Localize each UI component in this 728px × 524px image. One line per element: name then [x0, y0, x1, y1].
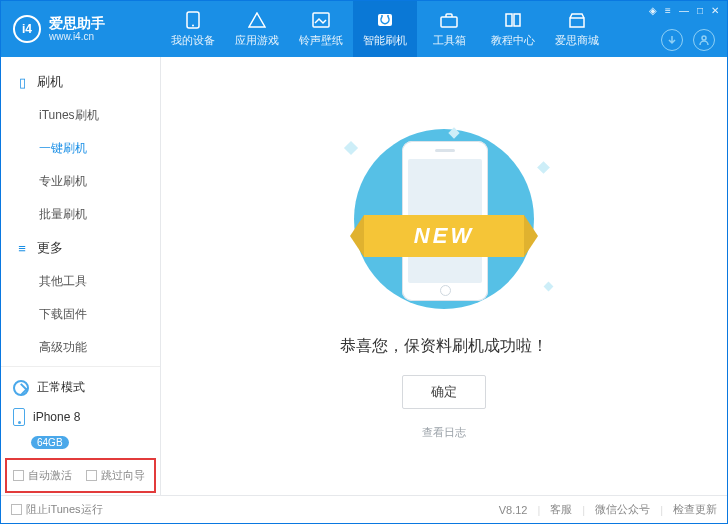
store-icon [567, 11, 587, 29]
success-illustration: NEW [334, 123, 554, 318]
skip-wizard-checkbox[interactable]: 跳过向导 [86, 468, 145, 483]
auto-activate-checkbox[interactable]: 自动激活 [13, 468, 72, 483]
phone-icon: ▯ [15, 75, 29, 90]
tab-device[interactable]: 我的设备 [161, 1, 225, 57]
tab-label: 应用游戏 [235, 33, 279, 48]
app-name: 爱思助手 [49, 16, 105, 31]
refresh-icon [13, 380, 29, 396]
sidebar-item-pro[interactable]: 专业刷机 [1, 165, 160, 198]
svg-point-5 [702, 36, 706, 40]
version-label: V8.12 [499, 504, 528, 516]
download-button[interactable] [661, 29, 683, 51]
maximize-icon[interactable]: □ [697, 5, 703, 16]
tab-label: 教程中心 [491, 33, 535, 48]
group-title: 刷机 [37, 73, 63, 91]
flash-icon [375, 11, 395, 29]
checkbox-label: 跳过向导 [101, 468, 145, 483]
menu-icon[interactable]: ≡ [665, 5, 671, 16]
checkbox-icon [11, 504, 22, 515]
minimize-icon[interactable]: — [679, 5, 689, 16]
checkbox-icon [13, 470, 24, 481]
group-title: 更多 [37, 239, 63, 257]
logo-icon: i4 [13, 15, 41, 43]
svg-rect-4 [441, 17, 457, 27]
header-tabs: 我的设备 应用游戏 铃声壁纸 智能刷机 工具箱 教程中心 [161, 1, 609, 57]
checkbox-icon [86, 470, 97, 481]
checkbox-label: 阻止iTunes运行 [26, 502, 103, 517]
highlight-box: 自动激活 跳过向导 [5, 458, 156, 493]
phone-icon [183, 11, 203, 29]
tab-tools[interactable]: 工具箱 [417, 1, 481, 57]
sidebar-group-flash[interactable]: ▯ 刷机 [1, 65, 160, 99]
window-controls: ◈ ≡ — □ ✕ [649, 5, 719, 16]
app-site: www.i4.cn [49, 31, 105, 43]
user-button[interactable] [693, 29, 715, 51]
more-icon: ≡ [15, 241, 29, 256]
new-ribbon: NEW [334, 215, 554, 257]
app-header: i4 爱思助手 www.i4.cn 我的设备 应用游戏 铃声壁纸 智能刷机 [1, 1, 727, 57]
toolbox-icon [439, 11, 459, 29]
tab-store[interactable]: 爱思商城 [545, 1, 609, 57]
tab-label: 铃声壁纸 [299, 33, 343, 48]
main-content: NEW 恭喜您，保资料刷机成功啦！ 确定 查看日志 [161, 57, 727, 495]
tab-label: 工具箱 [433, 33, 466, 48]
tab-apps[interactable]: 应用游戏 [225, 1, 289, 57]
close-icon[interactable]: ✕ [711, 5, 719, 16]
sidebar: ▯ 刷机 iTunes刷机 一键刷机 专业刷机 批量刷机 ≡ 更多 其他工具 下… [1, 57, 161, 495]
storage-badge: 64GB [31, 436, 69, 449]
tab-flash[interactable]: 智能刷机 [353, 1, 417, 57]
device-mode-label: 正常模式 [37, 379, 85, 396]
tab-label: 爱思商城 [555, 33, 599, 48]
status-bar: 阻止iTunes运行 V8.12 | 客服 | 微信公众号 | 检查更新 [1, 495, 727, 523]
phone-icon [13, 408, 25, 426]
support-link[interactable]: 客服 [550, 502, 572, 517]
device-name-row[interactable]: iPhone 8 [11, 402, 150, 432]
device-panel: 正常模式 iPhone 8 64GB [1, 366, 160, 456]
wechat-link[interactable]: 微信公众号 [595, 502, 650, 517]
skin-icon[interactable]: ◈ [649, 5, 657, 16]
apps-icon [247, 11, 267, 29]
svg-point-1 [192, 24, 194, 26]
sidebar-item-batch[interactable]: 批量刷机 [1, 198, 160, 231]
sidebar-item-other[interactable]: 其他工具 [1, 265, 160, 298]
tab-ring[interactable]: 铃声壁纸 [289, 1, 353, 57]
block-itunes-checkbox[interactable]: 阻止iTunes运行 [11, 502, 103, 517]
check-update-link[interactable]: 检查更新 [673, 502, 717, 517]
tab-label: 智能刷机 [363, 33, 407, 48]
wallpaper-icon [311, 11, 331, 29]
sidebar-item-itunes[interactable]: iTunes刷机 [1, 99, 160, 132]
success-message: 恭喜您，保资料刷机成功啦！ [340, 336, 548, 357]
ribbon-text: NEW [364, 215, 524, 257]
ok-button[interactable]: 确定 [402, 375, 486, 409]
device-name: iPhone 8 [33, 410, 80, 424]
sidebar-item-oneclick[interactable]: 一键刷机 [1, 132, 160, 165]
app-logo: i4 爱思助手 www.i4.cn [1, 15, 161, 43]
device-mode[interactable]: 正常模式 [11, 373, 150, 402]
sidebar-item-adv[interactable]: 高级功能 [1, 331, 160, 364]
view-log-link[interactable]: 查看日志 [422, 425, 466, 440]
sidebar-item-firmware[interactable]: 下载固件 [1, 298, 160, 331]
book-icon [503, 11, 523, 29]
tab-tutorial[interactable]: 教程中心 [481, 1, 545, 57]
sidebar-group-more[interactable]: ≡ 更多 [1, 231, 160, 265]
tab-label: 我的设备 [171, 33, 215, 48]
checkbox-label: 自动激活 [28, 468, 72, 483]
